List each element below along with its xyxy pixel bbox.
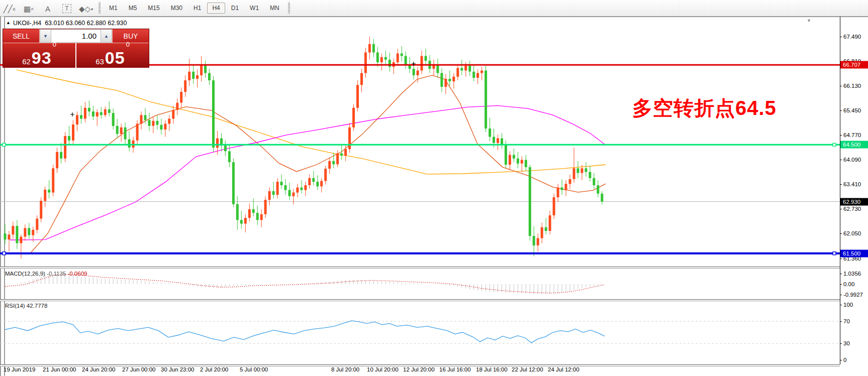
macd-axis-tick [840, 274, 842, 274]
price-axis-label: 63.410 [843, 181, 861, 187]
toolbar-separator [99, 2, 101, 14]
price-axis-tick [840, 184, 842, 185]
price-axis-tick [840, 209, 842, 209]
date-axis-label: 19 Jun 2019 [4, 366, 35, 372]
timeframe-group: M1M5M15M30H1H4D1W1MN [104, 0, 285, 16]
one-click-trading-panel: SELL ▼ 1.00 ▲ BUY 62 93 0 63 05 0 [3, 29, 149, 68]
price-axis-tick [840, 233, 842, 234]
date-axis-label: 10 Jul 20:00 [367, 366, 399, 372]
rsi-axis-tick [840, 343, 842, 344]
text-label-icon[interactable]: A [39, 1, 57, 15]
price-level-badge: 62.930 [840, 198, 868, 205]
price-axis-tick [840, 160, 842, 160]
chart-text-annotation[interactable]: 多空转折点64.5 [632, 94, 777, 122]
main-macd-separator[interactable] [0, 267, 840, 269]
sell-price-pips: 93 [32, 50, 52, 65]
top-toolbar: ╱╱E▦FAT◆◇▾ M1M5M15M30H1H4D1W1MN [0, 0, 868, 17]
price-axis-border [840, 17, 840, 364]
sell-price-whole: 62 [22, 58, 31, 65]
buy-price-whole: 63 [95, 58, 104, 65]
timeframe-button-m1[interactable]: M1 [104, 3, 123, 14]
rsi-axis-label: 0 [843, 357, 846, 363]
price-axis-tick [840, 110, 842, 111]
timeframe-button-m30[interactable]: M30 [166, 3, 187, 14]
macd-rsi-separator[interactable] [0, 299, 840, 301]
sell-button[interactable]: SELL [3, 29, 40, 43]
macd-axis-tick [840, 284, 842, 285]
collapse-arrow-icon[interactable]: ▲ [6, 20, 11, 25]
chart-shift-marker-icon[interactable]: ▼ [807, 18, 811, 23]
macd-main-value: -0.1135 [47, 271, 66, 277]
timeframe-button-w1[interactable]: W1 [245, 3, 264, 14]
rsi-header: RSI(14) 42.7778 [5, 303, 47, 309]
date-axis-label: 22 Jul 12:00 [512, 366, 543, 372]
date-axis-label: 24 Jun 20:00 [82, 366, 116, 372]
volume-input[interactable]: 1.00 [51, 29, 101, 43]
timeframe-button-h4[interactable]: H4 [207, 3, 225, 14]
macd-header: MACD(12,26,9) -0.1135 -0.0609 [5, 271, 87, 277]
date-axis-label: 24 Jul 12:00 [548, 366, 580, 372]
date-axis-label: 16 Jul 16:00 [439, 366, 471, 372]
equidistant-channel-icon[interactable]: ╱╱E [1, 1, 19, 15]
toolbar-separator [288, 2, 290, 14]
price-axis-tick [840, 135, 842, 136]
price-axis-label: 64.770 [843, 132, 861, 138]
rsi-axis-label: 100 [843, 302, 853, 308]
ohlc-values: 63.010 63.060 62.880 62.930 [45, 20, 127, 27]
rsi-axis-tick [840, 360, 842, 360]
buy-price-pips: 05 [105, 50, 125, 65]
macd-title: MACD(12,26,9) [5, 271, 45, 277]
macd-indicator-chart[interactable] [0, 269, 840, 299]
buy-button[interactable]: BUY [112, 29, 149, 43]
symbol-label: UKOil-,H4 [13, 20, 41, 27]
timeframe-button-m15[interactable]: M15 [143, 3, 164, 14]
drawing-tools-group: ╱╱E▦FAT◆◇▾ [0, 0, 95, 16]
price-axis-label: 67.490 [843, 34, 861, 40]
volume-increase-button[interactable]: ▲ [101, 29, 112, 43]
rsi-axis-label: 30 [843, 340, 850, 346]
trading-terminal-window: ╱╱E▦FAT◆◇▾ M1M5M15M30H1H4D1W1MN ▲UKOil-,… [0, 0, 868, 376]
fibonacci-grid-icon[interactable]: ▦F [20, 1, 38, 15]
arrows-objects-icon[interactable]: ◆◇▾ [77, 1, 95, 15]
macd-axis-label: -0.9927 [843, 292, 863, 298]
quote-header: ▲UKOil-,H4 63.010 63.060 62.880 62.930 [6, 20, 127, 27]
sell-price-display[interactable]: 62 93 0 [3, 43, 76, 68]
text-box-icon[interactable]: T [58, 1, 76, 15]
price-axis-label: 62.050 [843, 230, 861, 236]
price-level-badge: 66.707 [840, 61, 868, 69]
buy-price-fraction: 0 [126, 41, 130, 48]
price-level-badge: 64.500 [840, 141, 868, 149]
date-axis-label: 21 Jun 00:00 [43, 366, 76, 372]
price-axis-tick [840, 259, 842, 259]
rsi-axis-tick [840, 305, 842, 305]
rsi-value: 42.7778 [27, 303, 48, 309]
rsi-axis-label: 70 [843, 318, 850, 324]
rsi-indicator-chart[interactable] [0, 301, 840, 364]
date-axis-label: 8 Jul 20:00 [331, 366, 359, 372]
price-axis-label: 66.130 [843, 83, 861, 89]
price-axis-tick [840, 86, 842, 86]
price-axis-tick [840, 37, 842, 37]
rsi-title: RSI(14) [5, 303, 25, 309]
date-axis-label: 27 Jun 00:00 [122, 366, 156, 372]
macd-signal-value: -0.0609 [67, 271, 87, 277]
timeframe-button-mn[interactable]: MN [265, 3, 284, 14]
buy-price-display[interactable]: 63 05 0 [76, 43, 149, 68]
volume-decrease-button[interactable]: ▼ [40, 29, 51, 43]
timeframe-button-m5[interactable]: M5 [124, 3, 142, 14]
macd-axis-label: 1.0356 [843, 271, 861, 277]
date-axis-label: 5 Jul 00:00 [240, 366, 268, 372]
macd-axis-label: 0.00 [843, 281, 854, 287]
date-axis-label: 12 Jul 20:00 [403, 366, 435, 372]
price-axis-label: 65.450 [843, 107, 861, 113]
rsi-axis-tick [840, 321, 842, 322]
timeframe-button-d1[interactable]: D1 [226, 3, 244, 14]
date-axis-label: 30 Jun 23:00 [161, 366, 195, 372]
price-axis-label: 62.730 [843, 206, 861, 212]
price-level-badge: 61.500 [840, 249, 868, 257]
price-axis-label: 64.090 [843, 157, 861, 163]
sell-price-fraction: 0 [53, 41, 56, 48]
macd-axis-tick [840, 295, 842, 295]
timeframe-button-h1[interactable]: H1 [188, 3, 206, 14]
date-axis-label: 18 Jul 16:00 [476, 366, 508, 372]
